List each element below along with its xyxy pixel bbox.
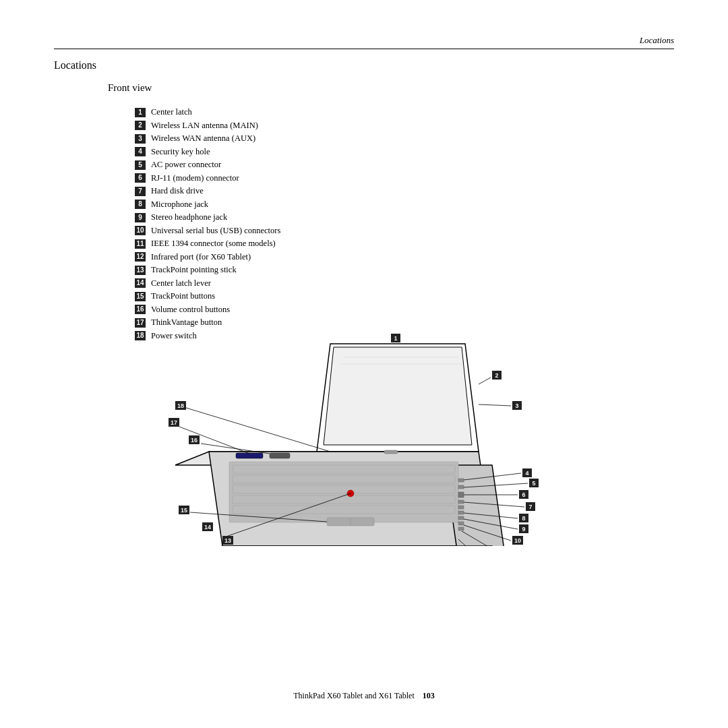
list-item: 2Wireless LAN antenna (MAIN) (135, 120, 280, 132)
list-item: 5AC power connector (135, 159, 280, 171)
page-header: Locations (640, 35, 674, 46)
svg-text:5: 5 (532, 480, 535, 487)
svg-text:2: 2 (495, 372, 498, 379)
svg-rect-25 (458, 527, 464, 530)
item-number-badge: 10 (135, 226, 146, 235)
list-item: 13TrackPoint pointing stick (135, 264, 280, 276)
list-item: 3Wireless WAN antenna (AUX) (135, 133, 280, 145)
footer-text: ThinkPad X60 Tablet and X61 Tablet (293, 691, 415, 700)
item-label: IEEE 1394 connector (some models) (151, 238, 276, 250)
svg-rect-21 (458, 506, 464, 509)
list-item: 14Center latch lever (135, 278, 280, 290)
svg-text:8: 8 (522, 515, 525, 522)
svg-rect-27 (236, 453, 263, 458)
svg-rect-28 (270, 453, 290, 458)
svg-rect-17 (458, 479, 464, 482)
svg-text:1: 1 (394, 335, 397, 342)
svg-text:17: 17 (171, 419, 177, 426)
item-number-badge: 9 (135, 213, 146, 222)
item-number-badge: 4 (135, 147, 146, 156)
svg-text:3: 3 (515, 402, 518, 409)
svg-text:16: 16 (191, 437, 198, 444)
list-item: 10Universal serial bus (USB) connectors (135, 225, 280, 237)
svg-rect-22 (458, 511, 464, 514)
svg-rect-26 (384, 450, 398, 454)
list-item: 1Center latch (135, 107, 280, 119)
svg-text:7: 7 (528, 504, 532, 510)
item-label: Wireless LAN antenna (MAIN) (151, 120, 258, 132)
list-item: 12Infrared port (for X60 Tablet) (135, 251, 280, 264)
item-number-badge: 14 (135, 278, 146, 288)
item-label: Security key hole (151, 146, 210, 158)
item-label: Wireless WAN antenna (AUX) (151, 133, 255, 145)
item-label: TrackPoint pointing stick (151, 264, 237, 276)
item-label: Center latch lever (151, 278, 211, 290)
item-number-badge: 3 (135, 134, 146, 144)
diagram-area: 1 2 3 16 17 18 15 (121, 290, 593, 546)
svg-marker-1 (324, 347, 472, 445)
svg-text:14: 14 (204, 524, 211, 530)
list-item: 7Hard disk drive (135, 185, 280, 198)
item-label: Infrared port (for X60 Tablet) (151, 251, 251, 264)
item-label: Hard disk drive (151, 185, 204, 198)
item-number-badge: 5 (135, 160, 146, 170)
list-item: 4Security key hole (135, 146, 280, 158)
item-label: AC power connector (151, 159, 221, 171)
svg-text:9: 9 (522, 526, 525, 533)
item-number-badge: 7 (135, 187, 146, 196)
item-number-badge: 11 (135, 239, 146, 249)
item-number-badge: 12 (135, 252, 146, 262)
svg-line-36 (479, 404, 511, 406)
section-title: Locations (54, 59, 96, 71)
item-number-badge: 13 (135, 266, 146, 275)
item-number-badge: 6 (135, 173, 146, 183)
svg-rect-18 (458, 485, 464, 489)
svg-line-45 (186, 408, 330, 452)
item-number-badge: 1 (135, 108, 146, 117)
item-label: RJ-11 (modem) connector (151, 173, 239, 185)
svg-text:13: 13 (224, 537, 231, 544)
page-footer: ThinkPad X60 Tablet and X61 Tablet 103 (0, 691, 728, 701)
svg-text:15: 15 (181, 507, 187, 514)
page-number: 103 (423, 691, 435, 700)
item-label: Universal serial bus (USB) connectors (151, 225, 280, 237)
svg-text:18: 18 (177, 402, 184, 409)
svg-rect-20 (458, 500, 464, 504)
svg-text:4: 4 (525, 470, 528, 477)
svg-text:10: 10 (514, 537, 521, 544)
list-item: 11IEEE 1394 connector (some models) (135, 238, 280, 250)
svg-line-33 (479, 377, 491, 384)
list-item: 8Microphone jack (135, 199, 280, 211)
subsection-title: Front view (108, 82, 152, 94)
item-label: Stereo headphone jack (151, 212, 227, 224)
list-item: 9Stereo headphone jack (135, 212, 280, 224)
svg-rect-19 (458, 492, 464, 497)
svg-rect-8 (229, 462, 458, 522)
svg-text:6: 6 (522, 491, 525, 498)
item-label: Center latch (151, 107, 192, 119)
svg-rect-24 (458, 522, 464, 525)
header-rule (54, 49, 674, 49)
list-item: 6RJ-11 (modem) connector (135, 173, 280, 185)
item-label: Microphone jack (151, 199, 208, 211)
item-number-badge: 8 (135, 200, 146, 209)
item-number-badge: 2 (135, 121, 146, 130)
svg-rect-23 (458, 516, 464, 520)
